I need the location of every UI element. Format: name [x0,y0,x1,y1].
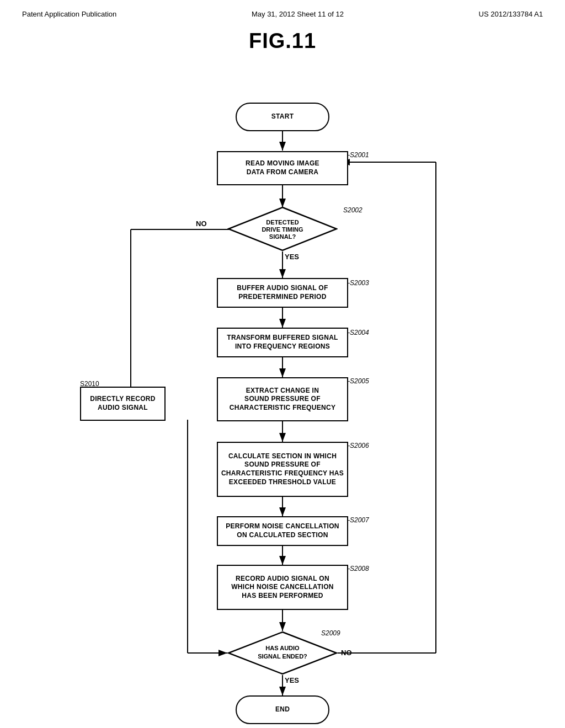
page-header: Patent Application Publication May 31, 2… [0,0,565,24]
s2007-node: PERFORM NOISE CANCELLATIONON CALCULATED … [217,516,348,546]
end-label: END [275,705,290,714]
start-node: START [236,103,329,131]
yes-label-s2009: YES [285,676,299,684]
s2002-node: DETECTED DRIVE TIMING SIGNAL? [227,206,338,251]
svg-text:DRIVE TIMING: DRIVE TIMING [262,226,303,233]
header-left: Patent Application Publication [22,10,116,18]
s2003-node: BUFFER AUDIO SIGNAL OFPREDETERMINED PERI… [217,278,348,308]
step-s2002: S2002 [343,206,363,214]
yes-label-s2002: YES [285,253,299,261]
s2005-label: EXTRACT CHANGE INSOUND PRESSURE OFCHARAC… [230,387,336,413]
s2006-label: CALCULATE SECTION IN WHICHSOUND PRESSURE… [221,452,344,486]
s2008-label: RECORD AUDIO SIGNAL ONWHICH NOISE CANCEL… [231,575,334,601]
s2008-node: RECORD AUDIO SIGNAL ONWHICH NOISE CANCEL… [217,565,348,610]
s2010-label: DIRECTLY RECORDAUDIO SIGNAL [90,395,156,412]
svg-text:DETECTED: DETECTED [266,219,299,226]
svg-text:SIGNAL?: SIGNAL? [269,233,296,240]
s2004-node: TRANSFORM BUFFERED SIGNALINTO FREQUENCY … [217,328,348,357]
s2001-label: READ MOVING IMAGEDATA FROM CAMERA [246,159,319,176]
header-middle: May 31, 2012 Sheet 11 of 12 [252,10,344,18]
s2003-label: BUFFER AUDIO SIGNAL OFPREDETERMINED PERI… [237,284,328,301]
s2005-node: EXTRACT CHANGE INSOUND PRESSURE OFCHARAC… [217,377,348,421]
header-right: US 2012/133784 A1 [479,10,543,18]
s2010-node: DIRECTLY RECORDAUDIO SIGNAL [80,387,166,421]
no-label-s2002: NO [196,220,207,228]
s2004-label: TRANSFORM BUFFERED SIGNALINTO FREQUENCY … [227,334,338,351]
end-node: END [236,695,329,724]
s2007-label: PERFORM NOISE CANCELLATIONON CALCULATED … [226,522,339,539]
no-label-s2009: NO [341,649,352,657]
s2009-node: HAS AUDIO SIGNAL ENDED? [227,631,338,675]
s2001-node: READ MOVING IMAGEDATA FROM CAMERA [217,151,348,185]
svg-text:SIGNAL ENDED?: SIGNAL ENDED? [258,653,307,660]
start-label: START [271,113,294,121]
flowchart-container: START —S2001 READ MOVING IMAGEDATA FROM … [0,69,565,704]
figure-title: FIG.11 [0,29,565,53]
s2006-node: CALCULATE SECTION IN WHICHSOUND PRESSURE… [217,442,348,497]
svg-text:HAS AUDIO: HAS AUDIO [265,645,300,651]
